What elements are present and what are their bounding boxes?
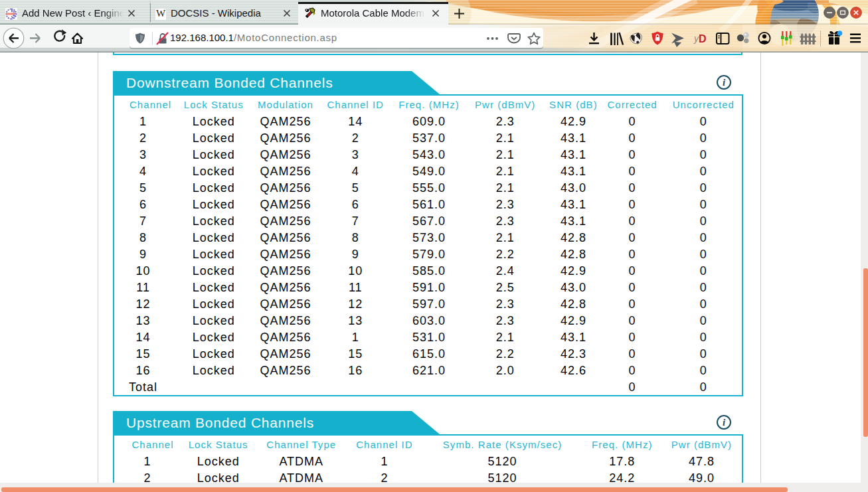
svg-text:D: D xyxy=(699,33,707,44)
